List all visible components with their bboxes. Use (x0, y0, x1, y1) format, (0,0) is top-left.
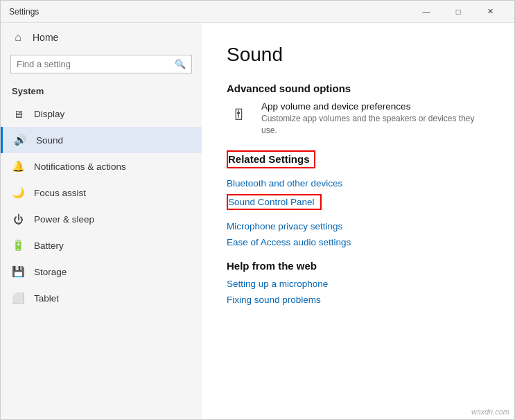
related-settings-heading-box: Related Settings (227, 150, 315, 168)
sidebar-item-focus[interactable]: Focus assist (1, 180, 202, 206)
sidebar-item-notifications[interactable]: Notifications & actions (1, 153, 202, 180)
titlebar: Settings — □ ✕ (1, 1, 514, 23)
search-input[interactable] (17, 59, 171, 69)
window-title: Settings (9, 7, 410, 17)
maximize-button[interactable]: □ (442, 1, 474, 23)
related-settings-section: Related Settings (227, 150, 489, 173)
sidebar-item-storage-label: Storage (34, 267, 191, 277)
related-settings-heading: Related Settings (228, 153, 310, 165)
help-heading: Help from the web (227, 260, 489, 272)
sound-icon (14, 134, 26, 146)
sidebar-item-sound[interactable]: Sound (1, 127, 202, 153)
sidebar: Home 🔍 System Display Sound Notification… (1, 23, 202, 419)
bluetooth-link[interactable]: Bluetooth and other devices (227, 178, 489, 189)
sidebar-item-tablet[interactable]: Tablet (1, 285, 202, 311)
app-volume-option: App volume and device preferences Custom… (227, 101, 489, 137)
help-section: Help from the web Setting up a microphon… (227, 260, 489, 305)
ease-access-link[interactable]: Ease of Access audio settings (227, 237, 489, 247)
settings-window: Settings — □ ✕ Home 🔍 System Display (0, 0, 515, 420)
tablet-icon (12, 292, 24, 304)
window-controls: — □ ✕ (410, 1, 506, 23)
search-box[interactable]: 🔍 (10, 55, 192, 73)
page-title: Sound (227, 44, 489, 66)
home-label: Home (33, 32, 58, 43)
sidebar-item-sound-label: Sound (36, 135, 191, 146)
option-text: App volume and device preferences Custom… (261, 101, 489, 137)
sidebar-item-tablet-label: Tablet (34, 293, 191, 304)
window-content: Home 🔍 System Display Sound Notification… (1, 23, 514, 419)
option-title[interactable]: App volume and device preferences (261, 101, 489, 112)
home-icon (12, 31, 24, 44)
sidebar-item-display[interactable]: Display (1, 100, 202, 127)
notifications-icon (12, 160, 24, 173)
fix-sound-link[interactable]: Fixing sound problems (227, 295, 489, 305)
sidebar-item-power[interactable]: Power & sleep (1, 206, 202, 232)
sidebar-item-power-label: Power & sleep (34, 214, 191, 225)
sidebar-item-display-label: Display (34, 109, 191, 119)
setup-mic-link[interactable]: Setting up a microphone (227, 279, 489, 289)
display-icon (12, 107, 24, 120)
microphone-link[interactable]: Microphone privacy settings (227, 221, 489, 231)
battery-icon (12, 239, 24, 252)
option-subtitle: Customize app volumes and the speakers o… (261, 113, 489, 137)
storage-icon (12, 265, 24, 278)
sound-control-panel-link[interactable]: Sound Control Panel (227, 194, 322, 210)
close-button[interactable]: ✕ (474, 1, 506, 23)
sidebar-item-focus-label: Focus assist (34, 188, 191, 198)
sidebar-item-storage[interactable]: Storage (1, 259, 202, 285)
watermark: wsxdn.com (471, 408, 509, 416)
sidebar-item-battery-label: Battery (34, 240, 191, 251)
sidebar-item-home[interactable]: Home (1, 23, 202, 52)
power-icon (12, 213, 24, 225)
sound-control-panel-box: Sound Control Panel (227, 194, 489, 216)
search-icon: 🔍 (175, 59, 186, 69)
minimize-button[interactable]: — (410, 1, 442, 23)
sidebar-item-battery[interactable]: Battery (1, 232, 202, 259)
sidebar-item-notifications-label: Notifications & actions (34, 161, 191, 172)
main-content: Sound Advanced sound options App volume … (202, 23, 514, 419)
system-label: System (1, 80, 202, 100)
volume-ctrl-icon (227, 103, 252, 128)
advanced-sound-heading: Advanced sound options (227, 82, 489, 94)
focus-icon (12, 186, 24, 199)
